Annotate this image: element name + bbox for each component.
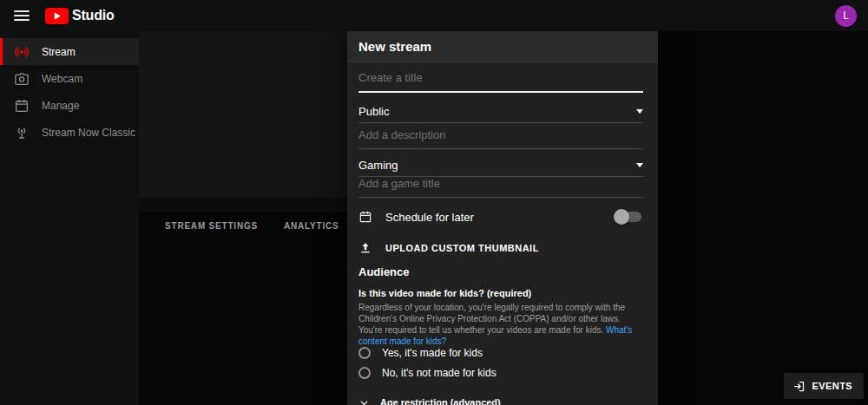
schedule-row: Schedule for later (358, 206, 643, 227)
radio-label: Yes, it's made for kids (382, 347, 483, 359)
broadcast-icon (14, 125, 30, 140)
youtube-studio-logo[interactable]: Studio (45, 8, 115, 24)
radio-not-made-for-kids[interactable]: No, it's not made for kids (358, 365, 643, 381)
upload-thumbnail-label: UPLOAD CUSTOM THUMBNAIL (385, 243, 539, 253)
radio-icon (358, 347, 371, 359)
kids-description: Regardless of your location, you're lega… (358, 302, 643, 347)
tab-stream-settings[interactable]: STREAM SETTINGS (165, 221, 258, 231)
top-bar: Studio L (0, 0, 868, 31)
privacy-value: Public (358, 105, 389, 118)
kids-description-text: Regardless of your location, you're lega… (358, 303, 625, 335)
age-restriction-label: Age restriction (advanced) (380, 397, 501, 405)
chevron-down-icon (636, 163, 643, 167)
sidebar-item-label: Webcam (42, 73, 82, 85)
radio-made-for-kids[interactable]: Yes, it's made for kids (358, 345, 643, 361)
sidebar-item-label: Stream Now Classic (42, 127, 135, 139)
sidebar-item-label: Manage (42, 100, 79, 112)
tab-bar: STREAM SETTINGS ANALYTICS (165, 221, 339, 231)
camera-icon (14, 71, 30, 87)
events-button-label: EVENTS (812, 381, 852, 391)
chevron-down-icon (358, 397, 370, 405)
kids-question: Is this video made for kids? (required) (358, 288, 643, 298)
schedule-toggle[interactable] (614, 209, 643, 225)
calendar-icon (358, 210, 372, 224)
upload-thumbnail-button[interactable]: UPLOAD CUSTOM THUMBNAIL (358, 239, 643, 257)
youtube-play-icon (45, 8, 69, 24)
events-button[interactable]: EVENTS (784, 373, 864, 399)
sidebar-item-manage[interactable]: Manage (0, 92, 139, 119)
new-stream-dialog: New stream Public Gaming Schedule for la… (347, 31, 658, 405)
description-input[interactable] (358, 128, 643, 149)
stream-title-input[interactable] (358, 71, 643, 93)
audience-heading: Audience (358, 265, 643, 278)
game-title-input[interactable] (358, 177, 643, 198)
dialog-header: New stream (347, 31, 658, 62)
brand-name: Studio (72, 8, 115, 23)
toggle-knob (614, 209, 629, 225)
category-value: Gaming (358, 159, 398, 172)
menu-icon[interactable] (14, 8, 30, 23)
calendar-icon (14, 98, 30, 114)
live-icon (14, 44, 30, 60)
schedule-label: Schedule for later (385, 211, 474, 224)
sidebar-item-webcam[interactable]: Webcam (0, 65, 139, 92)
tab-analytics[interactable]: ANALYTICS (284, 221, 339, 231)
sidebar-item-label: Stream (42, 46, 76, 58)
privacy-select[interactable]: Public (358, 101, 643, 123)
upload-icon (358, 241, 372, 255)
radio-label: No, it's not made for kids (382, 367, 496, 379)
category-select[interactable]: Gaming (358, 154, 643, 177)
radio-icon (358, 367, 371, 379)
chevron-down-icon (636, 109, 643, 114)
events-icon (792, 380, 806, 393)
sidebar-item-stream[interactable]: Stream (0, 38, 139, 65)
avatar[interactable]: L (835, 5, 857, 27)
dialog-title: New stream (358, 39, 431, 54)
sidebar-item-stream-now-classic[interactable]: Stream Now Classic (0, 119, 139, 146)
age-restriction-toggle[interactable]: Age restriction (advanced) (358, 394, 643, 405)
sidebar: Stream Webcam Manage Stream Now Classic (0, 31, 139, 405)
